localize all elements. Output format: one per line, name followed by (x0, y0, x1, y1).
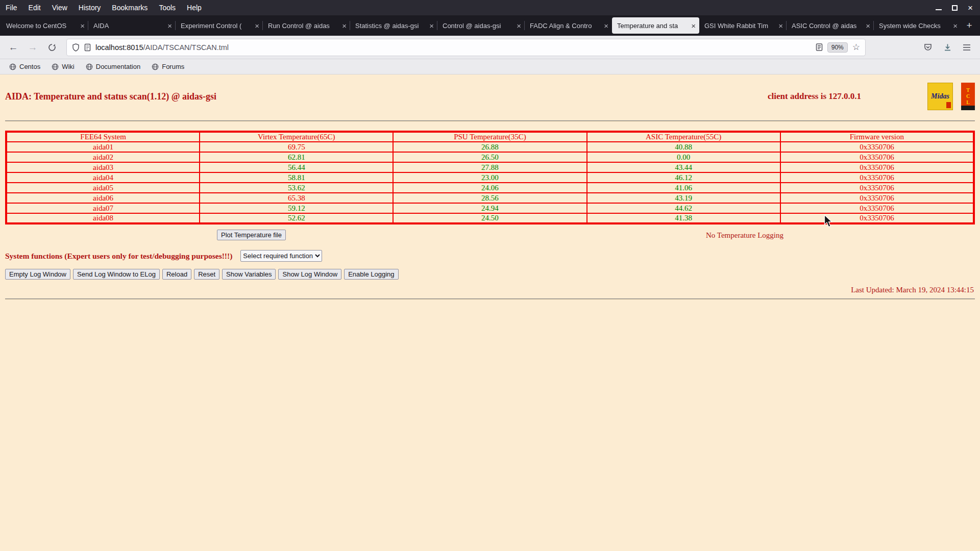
cell-psu: 27.88 (393, 162, 586, 172)
page-header: AIDA: Temperature and status scan(1.12) … (5, 83, 975, 110)
tab-close-icon[interactable]: × (604, 22, 608, 30)
bookmark-documentation[interactable]: Documentation (82, 61, 144, 72)
tab-aida[interactable]: AIDA× (88, 17, 176, 34)
tab-close-icon[interactable]: × (866, 22, 870, 30)
tcl-logo[interactable]: TCL (961, 83, 975, 110)
close-window-icon[interactable]: × (968, 4, 973, 12)
menu-edit[interactable]: Edit (23, 0, 46, 15)
midas-logo[interactable]: Midas (927, 83, 953, 110)
tab-close-icon[interactable]: × (167, 22, 172, 30)
tab-run-control[interactable]: Run Control @ aidas× (263, 17, 350, 34)
tab-experiment-control[interactable]: Experiment Control (× (176, 17, 263, 34)
cell-psu: 28.56 (393, 193, 586, 203)
enable-logging-button[interactable]: Enable Logging (344, 269, 398, 280)
show-log-window-button[interactable]: Show Log Window (278, 269, 341, 280)
table-row: aida02 62.81 26.50 0.00 0x3350706 (6, 152, 974, 162)
tab-close-icon[interactable]: × (691, 22, 696, 30)
tab-close-icon[interactable]: × (778, 22, 783, 30)
menu-view[interactable]: View (46, 0, 73, 15)
zoom-level-button[interactable]: 90% (827, 42, 848, 53)
tab-white-rabbit[interactable]: GSI White Rabbit Tim× (699, 17, 787, 34)
table-row: aida07 59.12 24.94 44.62 0x3350706 (6, 203, 974, 213)
tab-statistics[interactable]: Statistics @ aidas-gsi× (350, 17, 437, 34)
show-variables-button[interactable]: Show Variables (222, 269, 276, 280)
temperature-table: FEE64 System Virtex Temperature(65C) PSU… (5, 131, 975, 224)
cell-psu: 23.00 (393, 172, 586, 183)
cell-firmware: 0x3350706 (780, 172, 974, 183)
pocket-button[interactable] (920, 40, 936, 55)
client-address: client address is 127.0.0.1 (768, 91, 861, 102)
back-button[interactable]: ← (5, 40, 21, 55)
tracking-shield-icon[interactable] (72, 43, 80, 52)
divider (5, 120, 975, 121)
bookmark-forums[interactable]: Forums (148, 61, 188, 72)
reset-button[interactable]: Reset (194, 269, 219, 280)
menu-bookmarks[interactable]: Bookmarks (106, 0, 153, 15)
hamburger-menu-icon (963, 44, 971, 51)
tab-temperature-scan[interactable]: Temperature and sta× (612, 17, 699, 34)
bookmark-wiki[interactable]: Wiki (47, 61, 79, 72)
cell-firmware: 0x3350706 (780, 183, 974, 193)
tab-close-icon[interactable]: × (953, 22, 958, 30)
tab-close-icon[interactable]: × (80, 22, 85, 30)
header-psu-temp: PSU Temperature(35C) (393, 132, 586, 142)
cell-psu: 24.94 (393, 203, 586, 213)
new-tab-button[interactable]: + (961, 18, 977, 33)
globe-icon (52, 63, 59, 70)
menu-history[interactable]: History (73, 0, 107, 15)
globe-icon (86, 63, 93, 70)
tab-fadc-align[interactable]: FADC Align & Contro× (525, 17, 612, 34)
url-bar[interactable]: localhost:8015/AIDA/TSCAN/TSCAN.tml 90% … (66, 39, 866, 56)
window-controls: × (936, 4, 980, 12)
minimize-icon[interactable] (936, 9, 942, 10)
menu-tools[interactable]: Tools (153, 0, 181, 15)
maximize-icon[interactable] (952, 5, 958, 11)
downloads-button[interactable] (939, 40, 955, 55)
plot-temperature-button[interactable]: Plot Temperature file (217, 230, 286, 240)
header-asic-temp: ASIC Temperature(55C) (587, 132, 780, 142)
tab-control[interactable]: Control @ aidas-gsi× (437, 17, 525, 34)
cell-asic: 43.19 (587, 193, 780, 203)
menu-help[interactable]: Help (181, 0, 207, 15)
cell-asic: 40.88 (587, 142, 780, 152)
cell-asic: 46.12 (587, 172, 780, 183)
system-function-select[interactable]: Select required function (240, 250, 322, 262)
cell-virtex: 52.62 (200, 213, 393, 223)
bookmark-star-icon[interactable]: ☆ (852, 42, 860, 53)
tab-asic-control[interactable]: ASIC Control @ aidas× (787, 17, 874, 34)
table-row: aida04 58.81 23.00 46.12 0x3350706 (6, 172, 974, 183)
header-firmware: Firmware version (780, 132, 974, 142)
tab-welcome-to-centos[interactable]: Welcome to CentOS× (1, 17, 88, 34)
cell-firmware: 0x3350706 (780, 213, 974, 223)
menu-file[interactable]: File (0, 0, 23, 15)
system-functions-label: System functions (Expert users only for … (5, 252, 232, 261)
app-menu-button[interactable] (959, 40, 975, 55)
action-buttons-row: Empty Log Window Send Log Window to ELog… (5, 269, 975, 280)
cell-psu: 24.06 (393, 183, 586, 193)
send-log-to-elog-button[interactable]: Send Log Window to ELog (73, 269, 160, 280)
logos: Midas TCL (927, 83, 975, 110)
forward-button[interactable]: → (24, 40, 41, 55)
reload-page-button[interactable]: Reload (162, 269, 191, 280)
reader-mode-icon[interactable] (816, 43, 823, 51)
tab-close-icon[interactable]: × (342, 22, 347, 30)
navigation-toolbar: ← → localhost:8015/AIDA/TSCAN/TSCAN.tml … (0, 36, 980, 59)
cell-system: aida07 (6, 203, 200, 213)
cell-virtex: 59.12 (200, 203, 393, 213)
cell-firmware: 0x3350706 (780, 193, 974, 203)
table-row: aida05 53.62 24.06 41.06 0x3350706 (6, 183, 974, 193)
tab-system-checks[interactable]: System wide Checks× (874, 17, 961, 34)
header-virtex-temp: Virtex Temperature(65C) (200, 132, 393, 142)
url-path: /AIDA/TSCAN/TSCAN.tml (143, 43, 229, 52)
reload-button[interactable] (44, 40, 60, 55)
tab-close-icon[interactable]: × (517, 22, 521, 30)
cell-psu: 26.88 (393, 142, 586, 152)
tab-close-icon[interactable]: × (429, 22, 434, 30)
url-domain: localhost:8015 (95, 43, 143, 52)
empty-log-window-button[interactable]: Empty Log Window (5, 269, 70, 280)
cell-asic: 43.44 (587, 162, 780, 172)
globe-icon (152, 63, 159, 70)
tab-close-icon[interactable]: × (255, 22, 259, 30)
bookmark-centos[interactable]: Centos (5, 61, 44, 72)
site-info-icon[interactable] (84, 43, 91, 52)
